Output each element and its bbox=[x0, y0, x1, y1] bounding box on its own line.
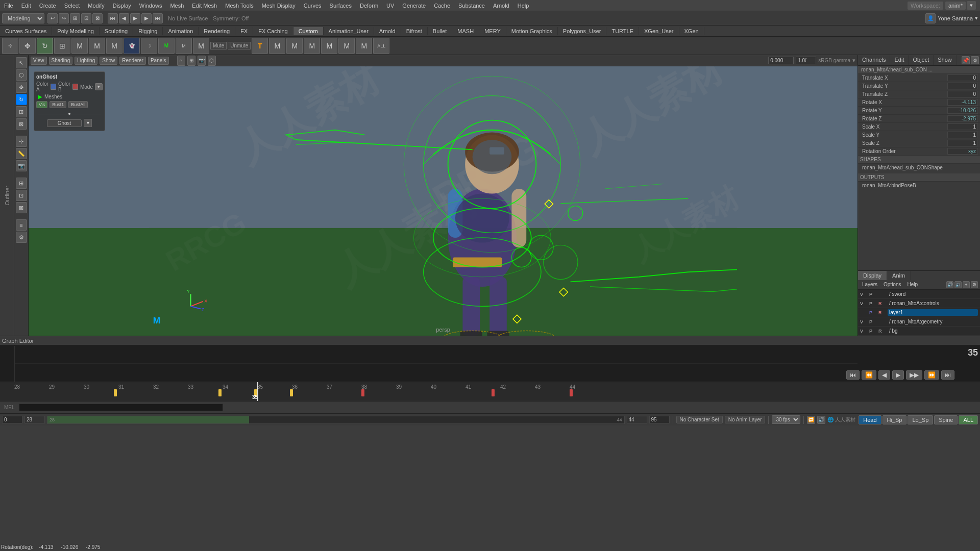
vp-shading[interactable]: Shading bbox=[49, 57, 73, 65]
shelf-icon-scale[interactable]: ⊞ bbox=[54, 38, 70, 54]
vp-show[interactable]: Show bbox=[100, 57, 117, 65]
shelf-xgen[interactable]: XGen bbox=[679, 27, 704, 35]
right-pin[interactable]: 📌 bbox=[962, 56, 970, 64]
anim-start[interactable]: ⏮ bbox=[108, 13, 118, 23]
translate-z-value[interactable] bbox=[947, 91, 978, 97]
layer-name-sword[interactable]: / sword bbox=[888, 291, 978, 297]
ghost-options-btn[interactable]: ▼ bbox=[84, 119, 92, 127]
vp-grid[interactable]: ⊞ bbox=[187, 56, 195, 66]
no-anim-layer[interactable]: No Anim Layer bbox=[725, 416, 766, 423]
play-first[interactable]: ⏮ bbox=[846, 370, 860, 380]
play-last[interactable]: ⏭ bbox=[941, 370, 954, 380]
bust-all-btn[interactable]: BustAll bbox=[68, 101, 88, 108]
shelf-icon-rotate[interactable]: ↻ bbox=[37, 38, 53, 54]
vp-lighting[interactable]: Lighting bbox=[75, 57, 97, 65]
shelf-animation[interactable]: Animation bbox=[163, 27, 199, 35]
timeline-slider[interactable]: 28 44 bbox=[47, 416, 625, 424]
menu-mesh-display[interactable]: Mesh Display bbox=[258, 2, 300, 10]
display-tab[interactable]: Display bbox=[858, 271, 887, 280]
scale-z-value[interactable] bbox=[947, 140, 978, 146]
gamma-input2[interactable] bbox=[796, 57, 816, 64]
anim-tab[interactable]: Anim bbox=[887, 271, 911, 280]
scale-y-value[interactable] bbox=[947, 132, 978, 138]
mel-input[interactable] bbox=[19, 404, 223, 411]
show-tab[interactable]: Show bbox=[934, 55, 957, 65]
anim-prev[interactable]: ◀ bbox=[119, 13, 129, 23]
undo-btn[interactable]: ↩ bbox=[47, 13, 58, 23]
vp-wire[interactable]: ⬡ bbox=[208, 56, 216, 66]
bust1-btn[interactable]: Bust1 bbox=[50, 101, 66, 108]
layer-name-controls[interactable]: / ronan_MtoA:controls bbox=[888, 300, 978, 307]
tool-manip[interactable]: ⊠ bbox=[16, 118, 27, 130]
shelf-mash[interactable]: MASH bbox=[452, 27, 479, 35]
menu-arnold[interactable]: Arnold bbox=[489, 2, 513, 10]
audio-btn[interactable]: 🔊 bbox=[817, 416, 825, 424]
layer-r[interactable]: R bbox=[878, 329, 886, 334]
vis-btn[interactable]: Vis bbox=[36, 101, 47, 108]
edit-tab[interactable]: Edit bbox=[890, 55, 909, 65]
layer-v[interactable]: V bbox=[860, 319, 867, 324]
ghost-execute-btn[interactable]: Ghost bbox=[47, 119, 82, 127]
shelf-icon-10[interactable]: M bbox=[158, 38, 175, 54]
loop-btn[interactable]: 🔁 bbox=[807, 416, 815, 424]
shelf-rigging[interactable]: Rigging bbox=[133, 27, 163, 35]
layer-audio1[interactable]: 🔊 bbox=[946, 281, 953, 288]
layer-add[interactable]: + bbox=[963, 281, 970, 288]
menu-windows[interactable]: Windows bbox=[135, 2, 166, 10]
unmute-btn[interactable]: Unmute bbox=[228, 42, 251, 49]
vp-cam[interactable]: 📷 bbox=[198, 56, 206, 66]
shelf-icon-17[interactable]: M bbox=[338, 38, 355, 54]
tool-move[interactable]: ✥ bbox=[16, 82, 27, 93]
rotate-z-value[interactable] bbox=[947, 115, 978, 122]
shelf-icon-12[interactable]: M bbox=[193, 38, 209, 54]
shelf-icon-14[interactable]: M bbox=[286, 38, 303, 54]
tool2[interactable]: ⊡ bbox=[81, 13, 91, 23]
shelf-icon-5[interactable]: M bbox=[71, 38, 88, 54]
layer-v[interactable]: V bbox=[860, 292, 867, 297]
tool-measure[interactable]: 📏 bbox=[16, 148, 27, 159]
menu-edit-mesh[interactable]: Edit Mesh bbox=[188, 2, 221, 10]
no-char-set[interactable]: No Character Set bbox=[676, 416, 723, 423]
anim-play[interactable]: ▶ bbox=[130, 13, 140, 23]
shelf-icon-13[interactable]: M bbox=[269, 38, 285, 54]
shelf-custom[interactable]: Custom bbox=[293, 27, 324, 35]
translate-x-value[interactable] bbox=[947, 74, 978, 81]
shelf-icon-move[interactable]: ✥ bbox=[19, 38, 36, 54]
shelf-poly[interactable]: Poly Modelling bbox=[52, 27, 100, 35]
tool-lasso[interactable]: ⬡ bbox=[16, 69, 27, 81]
shelf-icon-all[interactable]: ALL bbox=[373, 38, 389, 54]
layer-p[interactable]: P bbox=[869, 292, 876, 297]
tool-scale[interactable]: ⊞ bbox=[16, 106, 27, 117]
fps-selector[interactable]: 30 fps 24 fps 60 fps bbox=[772, 415, 800, 424]
shelf-turtle[interactable]: TURTLE bbox=[606, 27, 639, 35]
shelf-animation-user[interactable]: Animation_User bbox=[324, 27, 374, 35]
gamma-input1[interactable] bbox=[768, 57, 794, 64]
range-start-input[interactable] bbox=[24, 416, 45, 423]
object-tab[interactable]: Object bbox=[909, 55, 934, 65]
range-end-input[interactable] bbox=[627, 416, 647, 423]
rotate-x-value[interactable] bbox=[947, 99, 978, 106]
menu-surfaces[interactable]: Surfaces bbox=[326, 2, 356, 10]
shelf-fx-caching[interactable]: FX Caching bbox=[253, 27, 293, 35]
options-sub-btn[interactable]: Options bbox=[881, 281, 903, 288]
layer-name-geometry[interactable]: / ronan_MtoA:geometry bbox=[888, 318, 978, 325]
shelf-rendering[interactable]: Rendering bbox=[199, 27, 235, 35]
menu-file[interactable]: File bbox=[0, 2, 17, 10]
start-frame-input[interactable] bbox=[2, 416, 22, 423]
mode-selector[interactable]: Modeling Rigging Animation bbox=[2, 13, 44, 23]
vp-view[interactable]: View bbox=[31, 57, 47, 65]
play-prev-key[interactable]: ⏪ bbox=[862, 370, 876, 380]
rotation-order-value[interactable] bbox=[947, 148, 978, 155]
tool-attr[interactable]: ⚙ bbox=[16, 232, 27, 243]
menu-curves[interactable]: Curves bbox=[300, 2, 326, 10]
user-icon[interactable]: 👤 bbox=[925, 13, 936, 23]
shelf-icon-6[interactable]: M bbox=[89, 38, 105, 54]
shelf-icon-9[interactable]: ☽ bbox=[141, 38, 157, 54]
help-sub-btn[interactable]: Help bbox=[905, 281, 920, 288]
tool-panel2[interactable]: ⊡ bbox=[16, 190, 27, 201]
layer-name-bg[interactable]: / bg bbox=[888, 328, 978, 334]
layer-opts[interactable]: ⚙ bbox=[971, 281, 978, 288]
hi-sp-btn[interactable]: Hi_Sp bbox=[883, 415, 907, 424]
anim-next[interactable]: ▶ bbox=[141, 13, 152, 23]
mode-dropdown-btn[interactable]: ▾ bbox=[95, 83, 103, 90]
